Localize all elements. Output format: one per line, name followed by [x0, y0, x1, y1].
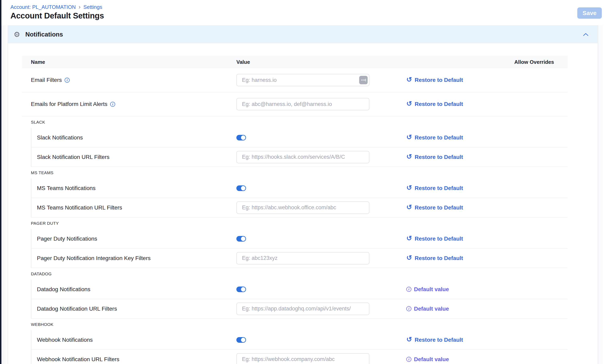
info-icon[interactable]: i: [110, 102, 115, 107]
group-label-slack: SLACK: [22, 116, 568, 128]
ms-teams-notification-url-filters-input[interactable]: [236, 201, 369, 214]
group-datadog: Datadog NotificationsiDefault valueDatad…: [22, 280, 568, 319]
action-label: Restore to Default: [415, 185, 463, 191]
setting-row-slack-notifications: Slack Notifications↺Restore to Default: [31, 128, 568, 148]
restore-to-default-link[interactable]: ↺Restore to Default: [406, 185, 463, 192]
page-title: Account Default Settings: [11, 11, 104, 20]
setting-label: Pager Duty Notifications: [37, 236, 97, 242]
breadcrumb-settings-link[interactable]: Settings: [84, 4, 102, 10]
setting-row-slack-notification-url-filters: Slack Notification URL Filters↺Restore t…: [31, 148, 568, 167]
action-label: Default value: [414, 286, 449, 293]
slack-notifications-toggle[interactable]: [236, 135, 246, 140]
restore-icon: ↺: [406, 336, 412, 343]
setting-row-pager-duty-notifications: Pager Duty Notifications↺Restore to Defa…: [31, 229, 568, 249]
toggle-knob: [241, 186, 245, 190]
toggle-knob: [241, 287, 245, 291]
value-input-wrap: [236, 252, 369, 264]
restore-to-default-link[interactable]: ↺Restore to Default: [406, 77, 463, 84]
toggle-knob: [241, 136, 245, 140]
pager-duty-notification-integration-key-filters-input[interactable]: [236, 252, 369, 264]
setting-label: Slack Notifications: [37, 134, 83, 141]
restore-icon: ↺: [406, 100, 412, 107]
value-input-wrap: [236, 201, 369, 214]
breadcrumb-chevron-icon: ›: [79, 4, 81, 10]
value-input-wrap: [236, 98, 369, 110]
setting-row-ms-teams-notification-url-filters: MS Teams Notification URL Filters↺Restor…: [31, 198, 568, 217]
action-label: Default value: [414, 306, 449, 312]
setting-value-cell: [236, 252, 369, 264]
restore-icon: ↺: [406, 184, 412, 191]
webhook-notification-url-filters-input[interactable]: [236, 353, 369, 364]
action-label: Default value: [414, 356, 449, 363]
email-filters-input[interactable]: [236, 74, 369, 86]
restore-icon: ↺: [406, 204, 412, 211]
setting-label: MS Teams Notification URL Filters: [37, 204, 122, 211]
setting-label: Emails for Platform Limit Alertsi: [31, 101, 115, 107]
info-icon[interactable]: i: [65, 78, 70, 83]
setting-row-emails-for-platform-limit-alerts: Emails for Platform Limit Alertsi↺Restor…: [22, 92, 568, 116]
value-input-wrap: [236, 151, 369, 163]
restore-to-default-link[interactable]: ↺Restore to Default: [406, 204, 463, 211]
setting-label-text: Emails for Platform Limit Alerts: [31, 101, 107, 107]
setting-label: Datadog Notification URL Filters: [37, 306, 117, 312]
ms-teams-notifications-toggle[interactable]: [236, 185, 246, 191]
toggle-knob: [241, 237, 245, 241]
group-label-ms-teams: MS TEAMS: [22, 167, 568, 179]
chevron-up-icon: [583, 33, 589, 36]
slack-notification-url-filters-input[interactable]: [236, 151, 369, 163]
setting-label-text: Pager Duty Notifications: [37, 236, 97, 242]
save-button[interactable]: Save: [577, 7, 602, 19]
restore-to-default-link[interactable]: ↺Restore to Default: [406, 337, 463, 343]
setting-value-cell: [236, 201, 369, 214]
column-header-value: Value: [236, 59, 250, 65]
breadcrumb-account-link[interactable]: Account: PL_AUTOMATION: [11, 4, 76, 10]
collapse-section-button[interactable]: [581, 32, 590, 38]
scrollbar-track[interactable]: [598, 25, 603, 364]
setting-label: Pager Duty Notification Integration Key …: [37, 255, 151, 262]
setting-row-email-filters: Email Filtersi↺Restore to Default: [22, 68, 568, 92]
setting-label-text: Slack Notifications: [37, 134, 83, 141]
action-label: Restore to Default: [415, 255, 463, 262]
restore-icon: ↺: [406, 76, 412, 83]
restore-to-default-link[interactable]: ↺Restore to Default: [406, 154, 463, 161]
sidebar-shadow: [1, 0, 7, 364]
setting-label: Webhook Notification URL Filters: [37, 356, 119, 363]
setting-label: MS Teams Notifications: [37, 185, 96, 191]
webhook-notifications-toggle[interactable]: [236, 337, 246, 343]
setting-label-text: MS Teams Notification URL Filters: [37, 204, 122, 211]
input-type-selector-icon[interactable]: [359, 76, 368, 84]
setting-label-text: Pager Duty Notification Integration Key …: [37, 255, 151, 262]
restore-icon: ↺: [406, 235, 412, 242]
setting-label: Webhook Notifications: [37, 337, 93, 343]
restore-icon: ↺: [406, 153, 412, 160]
group-label-pager-duty: PAGER DUTY: [22, 217, 568, 229]
default-value-link[interactable]: iDefault value: [406, 286, 449, 293]
restore-icon: ↺: [406, 254, 412, 261]
breadcrumb: Account: PL_AUTOMATION › Settings: [11, 4, 102, 10]
setting-label-text: Webhook Notifications: [37, 337, 93, 343]
info-icon: i: [406, 287, 411, 292]
setting-label: Email Filtersi: [31, 77, 70, 83]
setting-label-text: Datadog Notifications: [37, 286, 90, 293]
setting-value-cell: [236, 337, 246, 343]
pager-duty-notifications-toggle[interactable]: [236, 236, 246, 242]
restore-to-default-link[interactable]: ↺Restore to Default: [406, 134, 463, 141]
default-value-link[interactable]: iDefault value: [406, 356, 449, 363]
setting-row-pager-duty-notification-integration-key-filters: Pager Duty Notification Integration Key …: [31, 249, 568, 268]
group-webhook: Webhook Notifications↺Restore to Default…: [22, 330, 568, 364]
restore-to-default-link[interactable]: ↺Restore to Default: [406, 235, 463, 242]
restore-to-default-link[interactable]: ↺Restore to Default: [406, 101, 463, 108]
datadog-notifications-toggle[interactable]: [236, 287, 246, 292]
setting-value-cell: [236, 287, 246, 292]
notifications-panel: ⚙ Notifications Name Value Allow Overrid…: [8, 25, 598, 364]
default-value-link[interactable]: iDefault value: [406, 306, 449, 312]
setting-label-text: Email Filters: [31, 77, 62, 83]
datadog-notification-url-filters-input[interactable]: [236, 302, 369, 315]
setting-value-cell: [236, 151, 369, 163]
setting-value-cell: [236, 98, 369, 110]
notifications-panel-header: ⚙ Notifications: [8, 26, 598, 43]
setting-value-cell: [236, 74, 369, 86]
emails-for-platform-limit-alerts-input[interactable]: [236, 98, 369, 110]
restore-to-default-link[interactable]: ↺Restore to Default: [406, 255, 463, 262]
setting-label-text: Datadog Notification URL Filters: [37, 306, 117, 312]
